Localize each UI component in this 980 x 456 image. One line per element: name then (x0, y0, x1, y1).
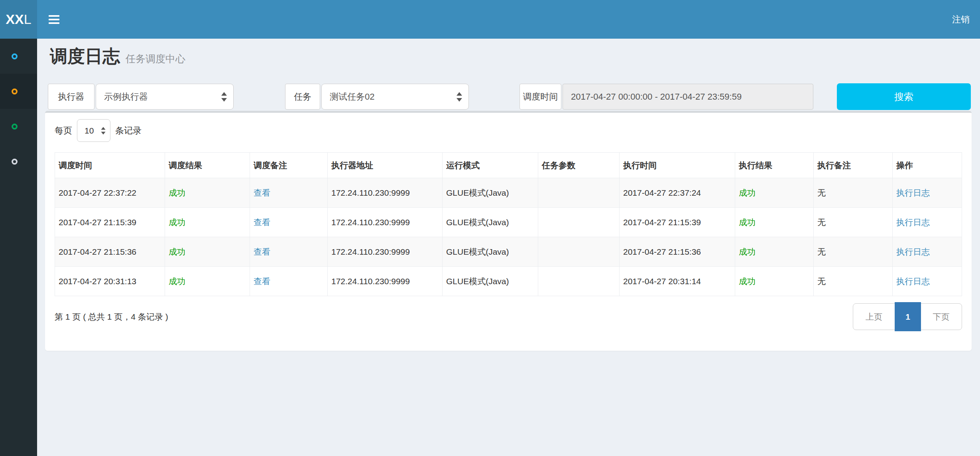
cell-dispatch_time: 2017-04-27 22:37:22 (55, 178, 165, 208)
sidebar-item-1[interactable] (0, 39, 37, 74)
sidebar-toggle-button[interactable] (49, 0, 65, 39)
cell-exec_time: 2017-04-27 21:15:39 (620, 208, 735, 237)
column-header-exec_remark: 执行备注 (814, 153, 893, 178)
job-select[interactable]: 测试任务02 (321, 84, 469, 110)
cell-exec_time: 2017-04-27 22:37:24 (620, 178, 735, 208)
cell-exec_result: 成功 (735, 178, 814, 208)
sidebar-item-2[interactable] (0, 74, 37, 109)
job-filter-group: 任务 测试任务02 (285, 84, 469, 110)
page-size-select[interactable]: 10 (77, 119, 110, 142)
pagination-info: 第 1 页 ( 总共 1 页，4 条记录 ) (55, 311, 168, 322)
column-header-dispatch_result: 调度结果 (165, 153, 250, 178)
sidebar-item-4[interactable] (0, 144, 37, 179)
page-size-suffix: 条记录 (115, 125, 142, 137)
logo-text-light: L (24, 12, 31, 27)
cell-action: 执行日志 (893, 208, 962, 237)
column-header-job_param: 任务参数 (538, 153, 620, 178)
cell-job_param (538, 237, 620, 267)
page-size-value: 10 (85, 126, 94, 136)
page-subtitle: 任务调度中心 (126, 52, 185, 65)
current-page-button[interactable]: 1 (895, 302, 921, 331)
time-range-input[interactable] (563, 84, 813, 110)
executor-label: 执行器 (48, 84, 94, 110)
cell-exec_remark: 无 (814, 208, 893, 237)
cell-exec_remark: 无 (814, 267, 893, 296)
cell-exec_time: 2017-04-27 20:31:14 (620, 267, 735, 296)
table-header-row: 调度时间调度结果调度备注执行器地址运行模式任务参数执行时间执行结果执行备注操作 (55, 153, 962, 178)
cell-dispatch_time: 2017-04-27 21:15:36 (55, 237, 165, 267)
circle-icon (12, 53, 18, 59)
dispatch_remark-link[interactable]: 查看 (254, 247, 270, 256)
cell-exec_time: 2017-04-27 21:15:36 (620, 237, 735, 267)
cell-dispatch_remark: 查看 (250, 208, 328, 237)
cell-exec_result: 成功 (735, 208, 814, 237)
cell-job_param (538, 178, 620, 208)
app-logo[interactable]: XXL (0, 0, 37, 39)
cell-exec_result: 成功 (735, 267, 814, 296)
action-link[interactable]: 执行日志 (896, 277, 930, 286)
next-page-button[interactable]: 下页 (920, 303, 962, 330)
cell-executor_address: 172.24.110.230:9999 (328, 178, 443, 208)
hamburger-icon (49, 15, 59, 17)
page-header: 调度日志 任务调度中心 (50, 45, 185, 68)
logout-link[interactable]: 注销 (952, 0, 970, 39)
select-arrows-icon (457, 92, 462, 102)
cell-job_param (538, 208, 620, 237)
cell-dispatch_remark: 查看 (250, 178, 328, 208)
cell-exec_remark: 无 (814, 178, 893, 208)
pagination-controls: 上页 1 下页 (853, 302, 962, 331)
sidebar-item-3[interactable] (0, 109, 37, 144)
action-link[interactable]: 执行日志 (896, 188, 930, 197)
page-title: 调度日志 (50, 45, 120, 68)
action-link[interactable]: 执行日志 (896, 218, 930, 227)
dispatch_remark-link[interactable]: 查看 (254, 277, 270, 286)
prev-page-button[interactable]: 上页 (853, 303, 895, 330)
page-size-row: 每页 10 条记录 (55, 113, 962, 142)
executor-select-value: 示例执行器 (104, 91, 148, 103)
top-navbar: XXL 注销 (0, 0, 980, 39)
column-header-run_mode: 运行模式 (443, 153, 538, 178)
select-arrows-icon (221, 92, 227, 102)
job-select-value: 测试任务02 (330, 91, 374, 103)
circle-icon (12, 159, 18, 165)
cell-executor_address: 172.24.110.230:9999 (328, 237, 443, 267)
cell-action: 执行日志 (893, 237, 962, 267)
dispatch_remark-link[interactable]: 查看 (254, 218, 270, 227)
table-row: 2017-04-27 20:31:13成功查看172.24.110.230:99… (55, 267, 962, 296)
cell-run_mode: GLUE模式(Java) (443, 267, 538, 296)
select-arrows-icon (101, 126, 105, 135)
cell-dispatch_result: 成功 (165, 267, 250, 296)
hamburger-icon (49, 19, 59, 20)
cell-dispatch_time: 2017-04-27 21:15:39 (55, 208, 165, 237)
table-row: 2017-04-27 21:15:36成功查看172.24.110.230:99… (55, 237, 962, 267)
time-filter-group: 调度时间 (520, 84, 813, 110)
executor-select[interactable]: 示例执行器 (96, 84, 234, 110)
hamburger-icon (49, 22, 59, 24)
column-header-executor_address: 执行器地址 (328, 153, 443, 178)
cell-dispatch_remark: 查看 (250, 267, 328, 296)
column-header-action: 操作 (893, 153, 962, 178)
action-link[interactable]: 执行日志 (896, 247, 930, 256)
circle-icon (12, 88, 18, 94)
cell-run_mode: GLUE模式(Java) (443, 208, 538, 237)
cell-run_mode: GLUE模式(Java) (443, 178, 538, 208)
cell-exec_remark: 无 (814, 237, 893, 267)
dispatch-log-table: 调度时间调度结果调度备注执行器地址运行模式任务参数执行时间执行结果执行备注操作 … (55, 152, 962, 296)
column-header-exec_result: 执行结果 (735, 153, 814, 178)
cell-exec_result: 成功 (735, 237, 814, 267)
executor-filter-group: 执行器 示例执行器 (48, 84, 234, 110)
cell-action: 执行日志 (893, 267, 962, 296)
cell-dispatch_remark: 查看 (250, 237, 328, 267)
time-label: 调度时间 (520, 84, 561, 110)
cell-dispatch_result: 成功 (165, 208, 250, 237)
circle-icon (12, 124, 18, 130)
log-panel: 每页 10 条记录 调度时间调度结果调度备注执行器地址运行模式任务参数执行时间执… (45, 111, 972, 351)
column-header-dispatch_remark: 调度备注 (250, 153, 328, 178)
cell-dispatch_result: 成功 (165, 178, 250, 208)
cell-run_mode: GLUE模式(Java) (443, 237, 538, 267)
cell-action: 执行日志 (893, 178, 962, 208)
dispatch_remark-link[interactable]: 查看 (254, 188, 270, 197)
search-button[interactable]: 搜索 (837, 83, 971, 110)
logo-text-bold: XX (6, 12, 24, 27)
column-header-exec_time: 执行时间 (620, 153, 735, 178)
